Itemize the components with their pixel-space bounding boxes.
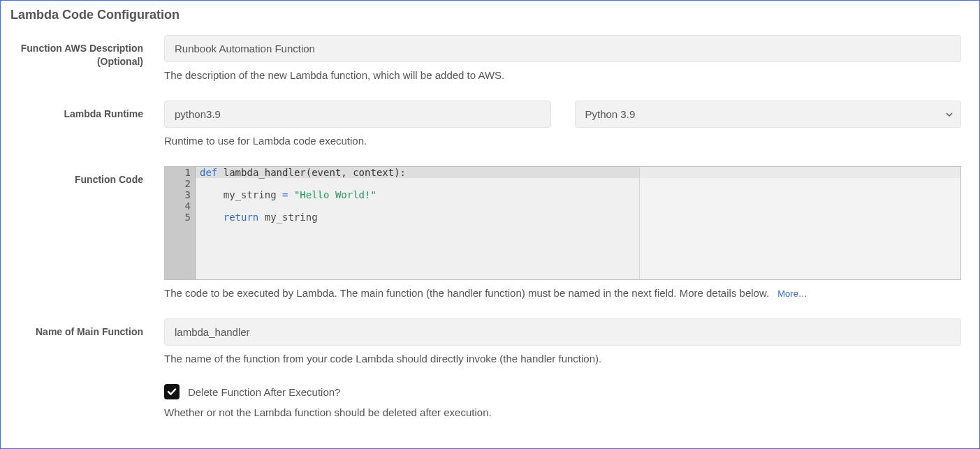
- panel-title: Lambda Code Configuration: [10, 8, 970, 22]
- runtime-input[interactable]: [164, 101, 551, 128]
- description-label: Function AWS Description (Optional): [10, 35, 164, 68]
- function-code-label: Function Code: [10, 166, 164, 186]
- runtime-label: Lambda Runtime: [10, 101, 164, 121]
- code-body[interactable]: def lambda_handler(event, context): my_s…: [196, 167, 960, 279]
- runtime-select[interactable]: Python 3.9: [575, 101, 962, 128]
- check-icon: [166, 386, 177, 397]
- delete-after-row: Delete Function After Execution? Whether…: [10, 384, 970, 418]
- delete-after-label: Delete Function After Execution?: [188, 386, 340, 398]
- runtime-row: Lambda Runtime Python 3.9 Runtime to use…: [10, 101, 970, 147]
- main-function-help: The name of the function from your code …: [164, 353, 961, 365]
- description-row: Function AWS Description (Optional) The …: [10, 35, 970, 81]
- delete-after-checkbox[interactable]: [164, 384, 180, 399]
- code-gutter: 1 2 3 4 5: [165, 167, 196, 279]
- delete-after-spacer: [10, 384, 164, 391]
- delete-after-help: Whether or not the Lambda function shoul…: [164, 406, 961, 418]
- main-function-row: Name of Main Function The name of the fu…: [10, 318, 970, 365]
- function-code-row: Function Code 1 2 3 4 5 def lambda_handl…: [10, 166, 970, 299]
- more-link[interactable]: More…: [777, 288, 807, 299]
- main-function-input[interactable]: [164, 318, 961, 346]
- code-minimap-overlay: [639, 167, 960, 279]
- description-help: The description of the new Lambda functi…: [164, 69, 961, 81]
- code-editor[interactable]: 1 2 3 4 5 def lambda_handler(event, cont…: [164, 166, 961, 280]
- lambda-config-panel: Lambda Code Configuration Function AWS D…: [0, 0, 980, 449]
- runtime-help: Runtime to use for Lambda code execution…: [164, 135, 961, 147]
- description-input[interactable]: [164, 35, 961, 62]
- main-function-label: Name of Main Function: [10, 318, 164, 339]
- function-code-help: The code to be executed by Lambda. The m…: [164, 287, 961, 299]
